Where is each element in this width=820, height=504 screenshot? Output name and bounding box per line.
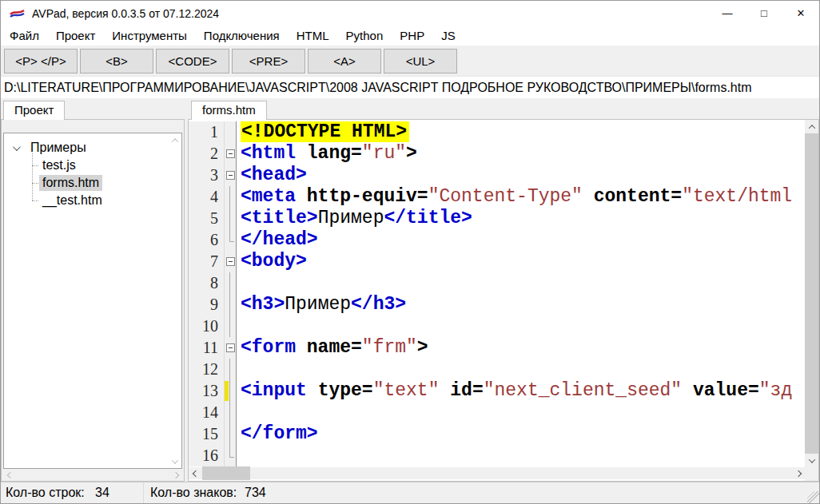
scroll-right-button[interactable] <box>791 466 805 480</box>
scroll-right-button[interactable] <box>169 469 182 481</box>
line-number: 14 <box>189 402 224 423</box>
code-line: </form> <box>237 423 805 445</box>
tab-project[interactable]: Проект <box>3 101 65 120</box>
tree-root-primery[interactable]: Примеры <box>4 139 168 157</box>
code-line: <input type="text" id="next_client_seed"… <box>237 380 805 402</box>
line-number: 8 <box>189 272 224 294</box>
code-line: <h3>Пример</h3> <box>237 294 805 315</box>
app-window: AVPad, версия 0.0.3.5 от 07.12.2024 — □ … <box>0 0 820 504</box>
title-bar: AVPad, версия 0.0.3.5 от 07.12.2024 — □ … <box>1 1 819 26</box>
fold-margin <box>224 121 237 143</box>
app-logo-icon <box>9 7 26 20</box>
maximize-button[interactable]: □ <box>746 1 782 26</box>
fold-toggle-icon[interactable] <box>224 251 237 272</box>
scroll-left-button[interactable] <box>189 466 202 480</box>
tree-item-label: __test.htm <box>39 192 105 208</box>
scroll-down-button[interactable] <box>168 454 181 468</box>
menu-item-7[interactable]: JS <box>434 27 463 44</box>
editor-line: 2<html lang="ru"> <box>189 143 805 165</box>
toolbar-button-1[interactable]: <B> <box>80 49 153 73</box>
fold-toggle-icon[interactable] <box>224 165 237 186</box>
editor-line: 15</form> <box>189 423 805 445</box>
scroll-down-button[interactable] <box>805 454 818 467</box>
tree-item[interactable]: __test.htm <box>4 192 168 209</box>
fold-margin <box>224 423 237 445</box>
editor-line: 12 <box>189 359 805 380</box>
fold-toggle-icon[interactable] <box>224 337 237 359</box>
code-line <box>237 315 805 337</box>
code-line: <form name="frm"> <box>237 337 805 359</box>
line-number: 6 <box>189 229 224 251</box>
modified-line-marker <box>225 381 229 401</box>
editor-line: 14 <box>189 402 805 423</box>
fold-margin <box>224 402 237 423</box>
resize-grip-icon[interactable] <box>807 491 819 503</box>
toolbar-button-4[interactable]: <A> <box>308 49 381 73</box>
editor-line: 11<form name="frm"> <box>189 337 805 359</box>
fold-toggle-icon[interactable] <box>224 143 237 165</box>
tree-horizontal-scrollbar[interactable] <box>3 469 182 481</box>
code-line: <title>Пример</title> <box>237 208 805 229</box>
editor-line: 4<meta http-equiv="Content-Type" content… <box>189 186 805 208</box>
line-number: 12 <box>189 359 224 380</box>
menu-item-4[interactable]: HTML <box>289 27 336 44</box>
tree-content[interactable]: Примеры test.jsforms.htm__test.htm <box>4 133 168 468</box>
menu-item-5[interactable]: Python <box>339 27 391 44</box>
editor-line: 8 <box>189 272 805 294</box>
editor-lines[interactable]: 1<!DOCTYPE HTML>2<html lang="ru">3<head>… <box>189 120 805 467</box>
scroll-thumb[interactable] <box>202 466 250 480</box>
scroll-up-button[interactable] <box>805 120 818 133</box>
lines-count-label: Кол-во строк: <box>1 486 94 500</box>
chevron-down-icon[interactable] <box>13 143 21 151</box>
chevron-up-icon <box>171 138 177 145</box>
chevron-up-icon <box>808 125 814 131</box>
main-area: Проект Примеры test.jsforms.htm__test.ht… <box>1 98 819 482</box>
minimize-button[interactable]: — <box>709 1 746 26</box>
line-number: 15 <box>189 423 224 445</box>
line-number: 5 <box>189 208 224 229</box>
line-number: 4 <box>189 186 224 208</box>
toolbar-button-0[interactable]: <P> </P> <box>4 49 78 73</box>
line-number: 11 <box>189 337 224 359</box>
fold-margin <box>224 208 237 229</box>
chevron-right-icon <box>172 471 178 478</box>
close-button[interactable]: ✕ <box>782 1 819 26</box>
editor-line: 13<input type="text" id="next_client_see… <box>189 380 805 402</box>
lines-count-value: 34 <box>94 486 143 500</box>
tree-item[interactable]: test.js <box>4 157 168 174</box>
scroll-left-button[interactable] <box>3 469 17 481</box>
tree-item[interactable]: forms.htm <box>4 174 168 192</box>
code-line <box>237 445 805 466</box>
tree-root-label: Примеры <box>28 140 89 156</box>
line-number: 10 <box>189 315 224 337</box>
scroll-up-button[interactable] <box>168 133 181 147</box>
tree-children: test.jsforms.htm__test.htm <box>4 157 168 209</box>
code-line: <html lang="ru"> <box>237 143 805 165</box>
editor-vertical-scrollbar[interactable] <box>805 120 818 467</box>
editor-line: 6</head> <box>189 229 805 251</box>
editor-line: 7<body> <box>189 251 805 272</box>
chevron-left-icon <box>192 470 198 476</box>
editor-horizontal-scrollbar[interactable] <box>189 467 805 479</box>
fold-margin <box>224 380 237 402</box>
tree-vertical-scrollbar[interactable] <box>168 133 181 468</box>
menu-item-2[interactable]: Инструменты <box>105 27 194 44</box>
line-number: 3 <box>189 165 224 186</box>
menu-item-1[interactable]: Проект <box>49 27 102 44</box>
menu-item-3[interactable]: Подключения <box>197 27 287 44</box>
line-number: 7 <box>189 251 224 272</box>
toolbar-button-5[interactable]: <UL> <box>384 49 457 73</box>
chars-count-value: 734 <box>238 486 266 500</box>
toolbar-button-3[interactable]: <PRE> <box>232 49 305 73</box>
fold-margin <box>224 186 237 208</box>
tab-forms-htm[interactable]: forms.htm <box>191 101 267 120</box>
chevron-right-icon <box>794 470 801 476</box>
menu-item-6[interactable]: PHP <box>392 27 432 44</box>
editor-line: 10 <box>189 315 805 337</box>
menu-item-0[interactable]: Файл <box>2 27 46 44</box>
chevron-down-icon <box>171 457 177 463</box>
chevron-left-icon <box>6 471 13 478</box>
scroll-thumb[interactable] <box>805 133 818 454</box>
tree-item-label: forms.htm <box>39 175 102 191</box>
toolbar-button-2[interactable]: <CODE> <box>156 49 229 73</box>
